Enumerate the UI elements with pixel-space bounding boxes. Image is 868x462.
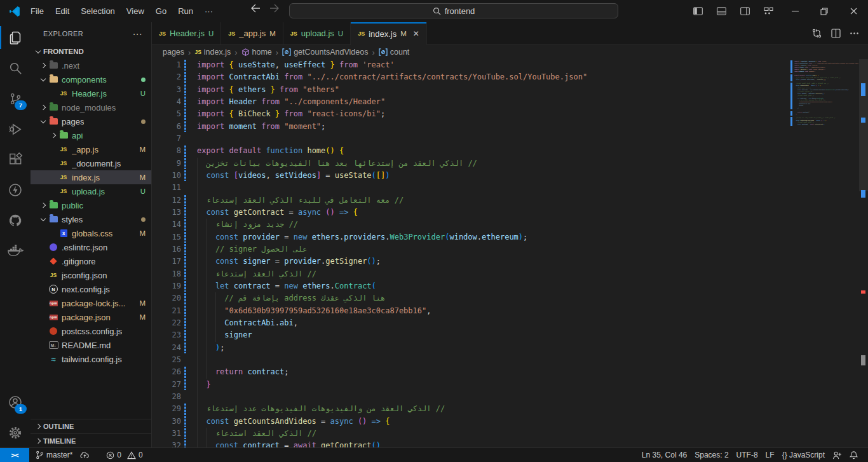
tab-upload.js[interactable]: JSupload.jsU bbox=[283, 22, 351, 44]
status-notifications[interactable] bbox=[846, 451, 862, 459]
tab-Header.js[interactable]: JSHeader.jsU bbox=[152, 22, 221, 44]
tree-item-globals.css[interactable]: 3globals.cssM bbox=[31, 226, 151, 240]
code-line-5[interactable]: 5import { BiCheck } from "react-icons/bi… bbox=[152, 108, 789, 120]
code-line-15[interactable]: 15const provider = new ethers.providers.… bbox=[152, 231, 789, 243]
chevron-down-icon[interactable] bbox=[38, 214, 48, 224]
tree-item-postcss.config.js[interactable]: postcss.config.js bbox=[31, 324, 151, 338]
chevron-right-icon[interactable] bbox=[48, 130, 58, 140]
menu-run[interactable]: Run bbox=[172, 4, 199, 18]
tab-_app.js[interactable]: JS_app.jsM bbox=[221, 22, 283, 44]
tree-item-package.json[interactable]: npmpackage.jsonM bbox=[31, 310, 151, 324]
code-line-14[interactable]: 14إنشاء‎ مزود‎ جديد‎ // bbox=[152, 219, 789, 231]
code-line-9[interactable]: 9تخزين‎ بيانات‎ الفيديوهات‎ هنا‎ بعد‎ إس… bbox=[152, 158, 789, 170]
back-arrow-icon[interactable] bbox=[250, 4, 261, 13]
tree-item-.gitignore[interactable]: .gitignore bbox=[31, 254, 151, 268]
activitybar-explorer[interactable] bbox=[0, 22, 31, 53]
tree-root-frontend[interactable]: FRONTEND bbox=[31, 44, 151, 58]
activitybar-docker[interactable] bbox=[0, 236, 31, 266]
code-line-21[interactable]: 21"0x6d630b93997959ad5326160e18ae3c0ca87… bbox=[152, 305, 789, 317]
chevron-right-icon[interactable] bbox=[38, 102, 48, 112]
code-line-27[interactable]: 27} bbox=[152, 379, 789, 391]
code-line-7[interactable]: 7 bbox=[152, 133, 789, 145]
tree-item-styles[interactable]: styles bbox=[31, 212, 151, 226]
tree-item-index.js[interactable]: JSindex.jsM bbox=[31, 170, 151, 184]
tree-item-public[interactable]: public bbox=[31, 198, 151, 212]
status-feedback[interactable] bbox=[829, 451, 846, 459]
status-encoding[interactable]: UTF-8 bbox=[733, 451, 762, 459]
close-icon[interactable] bbox=[839, 0, 868, 22]
menu-go[interactable]: Go bbox=[150, 4, 172, 18]
activitybar-settings[interactable] bbox=[0, 418, 31, 448]
overview-ruler[interactable] bbox=[859, 59, 868, 448]
activitybar-search[interactable] bbox=[0, 53, 31, 83]
command-center-search[interactable]: frontend bbox=[289, 3, 618, 18]
breadcrumb-item-count[interactable]: count bbox=[379, 48, 410, 57]
breadcrumb-item-index.js[interactable]: JSindex.js bbox=[194, 48, 231, 57]
section-outline[interactable]: OUTLINE bbox=[31, 419, 151, 433]
chevron-down-icon[interactable] bbox=[38, 74, 48, 85]
menu-edit[interactable]: Edit bbox=[50, 4, 75, 18]
menu-selection[interactable]: Selection bbox=[75, 4, 120, 18]
code-line-10[interactable]: 10const [videos, setVideos] = useState([… bbox=[152, 170, 789, 182]
status-language-mode[interactable]: {} JavaScript bbox=[778, 451, 829, 459]
customize-layout-icon[interactable] bbox=[757, 7, 780, 15]
code-line-12[interactable]: 12إستدعاء‎ العقد‎ الذكي‎ للبدء‎ في‎ التع… bbox=[152, 194, 789, 207]
tree-item-pages[interactable]: pages bbox=[31, 114, 151, 128]
code-line-25[interactable]: 25 bbox=[152, 354, 789, 366]
forward-arrow-icon[interactable] bbox=[269, 4, 280, 13]
close-tab-icon[interactable]: ✕ bbox=[413, 29, 419, 38]
activitybar-github[interactable] bbox=[0, 205, 31, 236]
chevron-down-icon[interactable] bbox=[38, 116, 48, 126]
code-line-30[interactable]: 30const getCountsAndVideos = async () =>… bbox=[152, 416, 789, 428]
activitybar-accounts[interactable]: 1 bbox=[0, 387, 31, 418]
code-line-20[interactable]: 20// قم‎ بإضافة‎ address عقدك‎ الذكي‎ هن… bbox=[152, 292, 789, 304]
section-timeline[interactable]: TIMELINE bbox=[31, 433, 151, 448]
tree-item-_document.js[interactable]: JS_document.js bbox=[31, 156, 151, 170]
code-line-13[interactable]: 13const getContract = async () => { bbox=[152, 207, 789, 219]
tree-item-.next[interactable]: .next bbox=[31, 58, 151, 72]
breadcrumb-item-getCountsAndVideos[interactable]: getCountsAndVideos bbox=[282, 48, 368, 57]
git-branch-item[interactable]: master* bbox=[32, 451, 76, 459]
remote-indicator[interactable]: >< bbox=[0, 448, 29, 462]
tree-item-next.config.js[interactable]: Nnext.config.js bbox=[31, 282, 151, 296]
status-eol[interactable]: LF bbox=[762, 451, 778, 459]
code-area[interactable]: 1import { useState, useEffect } from 're… bbox=[152, 59, 868, 448]
code-line-3[interactable]: 3import { ethers } from "ethers" bbox=[152, 84, 789, 96]
breadcrumb-item-pages[interactable]: pages bbox=[163, 48, 184, 57]
code-line-16[interactable]: 16// signer الحصول‎ على‎ bbox=[152, 243, 789, 255]
tree-item-api[interactable]: api bbox=[31, 128, 151, 142]
split-editor-icon[interactable] bbox=[831, 29, 841, 38]
status-cursor-position[interactable]: Ln 35, Col 46 bbox=[638, 451, 691, 459]
code-line-24[interactable]: 24); bbox=[152, 342, 789, 354]
toggle-secondary-sidebar-icon[interactable] bbox=[733, 7, 757, 15]
tree-item-node_modules[interactable]: node_modules bbox=[31, 100, 151, 114]
activitybar-run-and-debug[interactable] bbox=[0, 114, 31, 144]
chevron-right-icon[interactable] bbox=[38, 200, 48, 210]
tree-item-Header.js[interactable]: JSHeader.jsU bbox=[31, 86, 151, 100]
code-line-19[interactable]: 19let contract = new ethers.Contract( bbox=[152, 280, 789, 292]
menu-file[interactable]: File bbox=[25, 4, 50, 18]
code-line-8[interactable]: 8export default function home() { bbox=[152, 145, 789, 157]
toggle-panel-icon[interactable] bbox=[710, 7, 733, 15]
minimize-icon[interactable] bbox=[780, 0, 810, 22]
code-line-22[interactable]: 22ContractAbi.abi, bbox=[152, 317, 789, 329]
activitybar-extensions[interactable] bbox=[0, 144, 31, 175]
code-line-28[interactable]: 28 bbox=[152, 391, 789, 403]
tab-index.js[interactable]: JSindex.jsM✕ bbox=[351, 22, 427, 45]
activitybar-source-control[interactable]: 7 bbox=[0, 83, 31, 114]
minimap[interactable]: import { useState, useEffect } from 'rea… bbox=[789, 59, 859, 448]
open-changes-icon[interactable] bbox=[811, 28, 822, 39]
code-line-29[interactable]: 29إستدعاء‎ عدد‎ الفيديوهات‎ والفيديوهات‎… bbox=[152, 403, 789, 415]
sync-changes-item[interactable] bbox=[76, 451, 93, 459]
tree-item-package-lock.js...[interactable]: npmpackage-lock.js...M bbox=[31, 296, 151, 310]
menu-[interactable]: ··· bbox=[199, 4, 219, 18]
code-line-4[interactable]: 4import Header from "../components/Heade… bbox=[152, 96, 789, 108]
code-line-18[interactable]: 18إستدعاء‎ العقد‎ الذكي‎ // bbox=[152, 268, 789, 280]
explorer-more-actions-icon[interactable]: ··· bbox=[133, 29, 142, 39]
tree-item-upload.js[interactable]: JSupload.jsU bbox=[31, 184, 151, 198]
code-line-1[interactable]: 1import { useState, useEffect } from 're… bbox=[152, 59, 789, 71]
code-line-17[interactable]: 17const signer = provider.getSigner(); bbox=[152, 255, 789, 268]
chevron-right-icon[interactable] bbox=[38, 60, 48, 71]
breadcrumb-item-home[interactable]: home bbox=[241, 48, 272, 57]
code-line-26[interactable]: 26return contract; bbox=[152, 366, 789, 378]
